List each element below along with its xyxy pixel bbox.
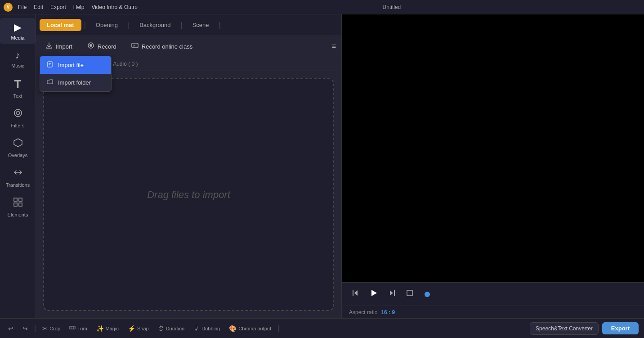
overlays-icon (13, 137, 23, 151)
redo-icon: ↪ (22, 325, 28, 332)
prev-button[interactable] (349, 287, 362, 302)
magic-tool[interactable]: ✨ Magic (94, 323, 121, 334)
bottom-sep-2: | (277, 324, 279, 333)
duration-tool[interactable]: ⏱ Duration (155, 323, 188, 334)
sidebar-item-label-media: Media (11, 35, 25, 41)
bottom-bar: ↩ ↪ | ✂ Crop Trim ✨ Magic ⚡ Snap ⏱ Durat… (0, 318, 644, 338)
svg-rect-17 (70, 326, 75, 329)
play-button[interactable] (367, 286, 380, 302)
import-label: Import (56, 43, 72, 50)
chroma-label: Chroma output (238, 326, 271, 331)
sidebar-item-elements[interactable]: Elements (0, 193, 36, 221)
menu-edit[interactable]: Edit (34, 4, 43, 10)
record-online-icon (131, 41, 139, 51)
sidebar-item-music[interactable]: ♪ Music (0, 46, 36, 72)
tab-local-mat[interactable]: Local mat (40, 19, 81, 31)
sidebar-item-overlays[interactable]: Overlays (0, 134, 36, 162)
sidebar-item-label-elements: Elements (8, 212, 28, 217)
menu-video-intro[interactable]: Video Intro & Outro (91, 4, 138, 10)
redo-button[interactable]: ↪ (20, 323, 31, 334)
svg-point-0 (14, 109, 22, 117)
svg-rect-10 (48, 62, 52, 67)
tab-sep-4: | (218, 21, 222, 29)
svg-point-1 (16, 111, 20, 115)
record-label: Record (98, 43, 116, 50)
undo-icon: ↩ (8, 325, 13, 332)
sidebar-item-label-transitions: Transitions (6, 182, 30, 188)
tab-scene[interactable]: Scene (185, 19, 216, 31)
drop-zone[interactable]: Drag files to import (43, 78, 334, 311)
svg-rect-12 (353, 290, 353, 296)
svg-point-8 (89, 44, 92, 47)
trim-icon (69, 324, 76, 332)
svg-marker-2 (14, 139, 22, 147)
import-file-label: Import file (58, 62, 84, 68)
text-icon: T (14, 77, 22, 91)
transitions-icon (13, 167, 23, 180)
sidebar-item-filters[interactable]: Filters (0, 104, 36, 132)
tab-opening[interactable]: Opening (89, 19, 125, 31)
sidebar-item-media[interactable]: ▶ Media (0, 18, 36, 44)
title-bar: V File Edit Export Help Video Intro & Ou… (0, 0, 644, 14)
sidebar-item-text[interactable]: T Text (0, 74, 36, 102)
sidebar-item-label-overlays: Overlays (8, 153, 27, 158)
record-online-button[interactable]: Record online class (127, 40, 196, 53)
elements-icon (13, 197, 23, 210)
tab-sep-2: | (127, 21, 130, 29)
dropdown-import-file[interactable]: Import file (40, 56, 111, 74)
dubbing-label: Dubbing (201, 326, 220, 331)
toolbar: Import Record Record onl (36, 36, 341, 57)
preview-panel: Aspect ratio 16 : 9 (342, 14, 644, 318)
svg-rect-15 (394, 290, 395, 296)
export-button[interactable]: Export (602, 322, 639, 334)
svg-rect-6 (19, 203, 22, 206)
aspect-ratio-bar: Aspect ratio 16 : 9 (342, 306, 644, 318)
preview-area (342, 14, 644, 282)
dropdown-import-folder[interactable]: Import folder (40, 74, 111, 91)
app-logo: V (4, 3, 13, 12)
folder-icon (46, 78, 54, 87)
stop-button[interactable] (404, 287, 416, 301)
record-button[interactable]: Record (83, 40, 120, 53)
crop-icon: ✂ (42, 325, 48, 332)
bottom-sep-1: | (34, 324, 36, 333)
drop-zone-text: Drag files to import (147, 189, 230, 201)
tab-background[interactable]: Background (132, 19, 178, 31)
left-sidebar: ▶ Media ♪ Music T Text Filters (0, 14, 36, 318)
import-button[interactable]: Import (41, 40, 76, 53)
crop-label: Crop (49, 326, 60, 331)
menu-help[interactable]: Help (73, 4, 85, 10)
dubbing-tool[interactable]: 🎙 Dubbing (191, 323, 223, 334)
speech-text-button[interactable]: Speech&Text Converter (530, 322, 599, 335)
duration-icon: ⏱ (158, 325, 164, 332)
svg-marker-14 (390, 290, 393, 296)
import-icon (45, 41, 53, 51)
trim-tool[interactable]: Trim (67, 323, 90, 334)
sidebar-item-label-text: Text (13, 93, 22, 99)
subtab-audio[interactable]: Audio ( 0 ) (110, 60, 140, 68)
snap-tool[interactable]: ⚡ Snap (125, 323, 152, 334)
svg-rect-5 (14, 203, 17, 206)
menu-export[interactable]: Export (50, 4, 66, 10)
sidebar-item-label-filters: Filters (11, 123, 25, 128)
snap-label: Snap (137, 326, 149, 331)
tabs-bar: Local mat | Opening | Background | Scene… (36, 14, 341, 36)
tab-sep-3: | (180, 21, 183, 29)
svg-rect-4 (19, 198, 22, 201)
magic-icon: ✨ (96, 325, 104, 332)
record-online-label: Record online class (142, 43, 192, 50)
menu-file[interactable]: File (18, 4, 27, 10)
import-folder-label: Import folder (58, 79, 91, 86)
svg-marker-11 (354, 290, 358, 296)
chroma-tool[interactable]: 🎨 Chroma output (226, 323, 274, 334)
menu-bar: File Edit Export Help Video Intro & Outr… (18, 4, 138, 10)
crop-tool[interactable]: ✂ Crop (40, 323, 63, 334)
music-icon: ♪ (15, 50, 20, 61)
duration-label: Duration (166, 326, 185, 331)
list-view-icon[interactable]: ≡ (332, 42, 336, 50)
undo-button[interactable]: ↩ (5, 323, 16, 334)
preview-controls (342, 282, 644, 306)
sidebar-item-transitions[interactable]: Transitions (0, 163, 36, 191)
next-button[interactable] (386, 287, 398, 302)
snap-icon: ⚡ (128, 325, 135, 332)
